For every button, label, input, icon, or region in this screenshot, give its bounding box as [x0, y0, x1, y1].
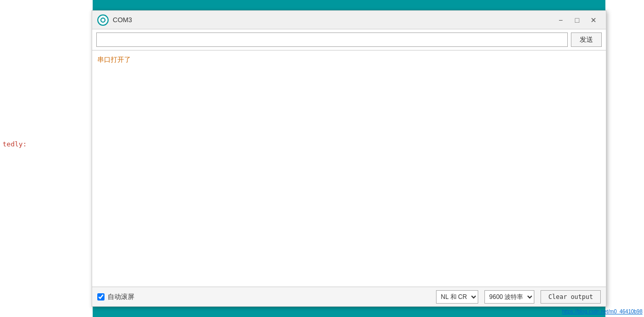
send-button[interactable]: 发送	[571, 32, 602, 47]
title-bar: COM3 − □ ✕	[92, 11, 606, 29]
serial-input[interactable]	[96, 32, 568, 47]
partial-code-text: tedly:	[0, 140, 27, 148]
bottom-toolbar: 自动滚屏 NL 和 CR 没有行末 新行 回车 9600 波特率 300 600…	[92, 287, 606, 306]
line-ending-select[interactable]: NL 和 CR 没有行末 新行 回车	[436, 290, 478, 304]
autoscroll-area: 自动滚屏	[97, 292, 134, 302]
window-controls: − □ ✕	[553, 14, 601, 26]
output-area: 串口打开了	[92, 51, 606, 287]
input-area: 发送	[92, 29, 606, 51]
window-title: COM3	[113, 16, 553, 24]
baud-rate-select[interactable]: 9600 波特率 300 600 1200 2400 4800 14400 19…	[484, 290, 534, 304]
minimize-button[interactable]: −	[553, 14, 568, 26]
close-button[interactable]: ✕	[586, 14, 601, 26]
arduino-logo-inner	[100, 18, 106, 23]
autoscroll-checkbox[interactable]	[97, 293, 105, 301]
output-line-1: 串口打开了	[97, 55, 601, 65]
blog-background-left: tedly:	[0, 0, 93, 317]
arduino-logo	[97, 14, 109, 26]
maximize-button[interactable]: □	[570, 14, 584, 26]
autoscroll-label: 自动滚屏	[108, 292, 134, 302]
clear-output-button[interactable]: Clear output	[541, 290, 601, 304]
blog-url-link[interactable]: https://blog.csdn.net/m0_46410b98	[562, 309, 644, 314]
blog-background-right: https://blog.csdn.net/m0_46410b98	[605, 0, 644, 317]
serial-monitor-window: COM3 − □ ✕ 发送 串口打开了 自动滚屏 NL 和 CR 没有行末 新行…	[92, 10, 606, 307]
